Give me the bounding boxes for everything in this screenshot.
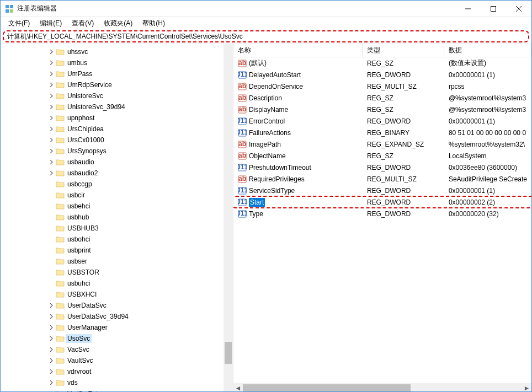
expand-icon[interactable]	[48, 214, 55, 221]
list-row[interactable]: 011ServiceSidTypeREG_DWORD0x00000001 (1)	[233, 185, 531, 196]
tree-item[interactable]: VaultSvc	[1, 355, 233, 366]
list-row[interactable]: abDisplayNameREG_SZ@%systemroot%\system3	[233, 104, 531, 115]
tree-item[interactable]: usbaudio	[1, 157, 233, 168]
tree-item[interactable]: UrsChipidea	[1, 123, 233, 135]
menu-view[interactable]: 查看(V)	[67, 18, 98, 29]
tree-item[interactable]: umbus	[1, 57, 233, 68]
tree-item[interactable]: USBSTOR	[1, 267, 233, 278]
expand-icon[interactable]	[48, 335, 55, 342]
list-row[interactable]: 011ErrorControlREG_DWORD0x00000001 (1)	[233, 115, 531, 127]
list-row[interactable]: 011FailureActionsREG_BINARY80 51 01 00 0…	[233, 127, 531, 138]
expand-icon[interactable]	[48, 280, 55, 287]
expand-icon[interactable]	[48, 159, 55, 165]
expand-icon[interactable]	[48, 137, 55, 143]
column-type[interactable]: 类型	[363, 44, 444, 57]
tree-item[interactable]: vds	[1, 377, 233, 388]
tree-item[interactable]: usbaudio2	[1, 168, 233, 179]
tree-item[interactable]: usbccgp	[1, 179, 233, 190]
expand-icon[interactable]	[48, 82, 55, 88]
tree-item[interactable]: usbehci	[1, 201, 233, 212]
expand-icon[interactable]	[48, 258, 55, 265]
scroll-right-icon[interactable]: ►	[522, 383, 531, 392]
tree-item[interactable]: VerifierExt	[1, 388, 233, 392]
value-type: REG_DWORD	[363, 164, 444, 171]
expand-icon[interactable]	[48, 379, 55, 386]
expand-icon[interactable]	[48, 203, 55, 210]
maximize-button[interactable]	[481, 1, 506, 17]
close-button[interactable]	[506, 1, 531, 17]
expand-icon[interactable]	[48, 170, 55, 176]
list-row[interactable]: 011StartREG_DWORD0x00000002 (2)	[233, 196, 531, 208]
expand-icon[interactable]	[48, 324, 55, 331]
expand-icon[interactable]	[48, 148, 55, 154]
expand-icon[interactable]	[48, 247, 55, 254]
tree-item[interactable]: UnistoreSvc_39d94	[1, 101, 233, 112]
expand-icon[interactable]	[48, 236, 55, 243]
tree-item[interactable]: UsoSvc	[1, 333, 233, 344]
tree-item[interactable]: UrsSynopsys	[1, 146, 233, 157]
folder-icon	[56, 291, 65, 298]
minimize-button[interactable]	[455, 1, 481, 17]
expand-icon[interactable]	[48, 368, 55, 375]
list-row[interactable]: abObjectNameREG_SZLocalSystem	[233, 150, 531, 162]
tree-item[interactable]: UmPass	[1, 68, 233, 79]
list-row[interactable]: 011DelayedAutoStartREG_DWORD0x00000001 (…	[233, 69, 531, 80]
menu-file[interactable]: 文件(F)	[4, 18, 34, 29]
tree-item[interactable]: uhssvc	[1, 46, 233, 57]
scroll-left-icon[interactable]: ◄	[233, 383, 243, 392]
list-row[interactable]: abDependOnServiceREG_MULTI_SZrpcss	[233, 80, 531, 92]
list-scrollbar-horizontal[interactable]: ◄ ►	[233, 383, 531, 392]
tree-item[interactable]: UrsCx01000	[1, 135, 233, 146]
menu-favorites[interactable]: 收藏夹(A)	[99, 18, 137, 29]
expand-icon[interactable]	[48, 192, 55, 198]
expand-icon[interactable]	[48, 181, 55, 187]
expand-icon[interactable]	[48, 60, 55, 66]
tree-item[interactable]: UserManager	[1, 322, 233, 333]
tree-item[interactable]: usbser	[1, 256, 233, 267]
value-data: rpcss	[444, 83, 531, 90]
tree-item[interactable]: USBXHCI	[1, 289, 233, 300]
value-type: REG_BINARY	[363, 129, 444, 137]
tree-item[interactable]: UserDataSvc_39d94	[1, 311, 233, 322]
tree-item[interactable]: usbprint	[1, 245, 233, 256]
tree-item[interactable]: upnphost	[1, 112, 233, 123]
menu-help[interactable]: 帮助(H)	[138, 18, 169, 29]
expand-icon[interactable]	[48, 93, 55, 99]
list-row[interactable]: abRequiredPrivilegesREG_MULTI_SZSeAuditP…	[233, 173, 531, 185]
list-row[interactable]: 011TypeREG_DWORD0x00000020 (32)	[233, 208, 531, 219]
tree-item[interactable]: usbcir	[1, 190, 233, 201]
tree-item[interactable]: VacSvc	[1, 344, 233, 355]
expand-icon[interactable]	[48, 269, 55, 276]
tree-item[interactable]: USBHUB3	[1, 223, 233, 234]
tree-item[interactable]: UnistoreSvc	[1, 90, 233, 101]
tree-item[interactable]: usbohci	[1, 234, 233, 245]
tree-item[interactable]: UmRdpService	[1, 79, 233, 90]
app-icon	[5, 4, 14, 13]
expand-icon[interactable]	[48, 104, 55, 110]
list-row[interactable]: ab(默认)REG_SZ(数值未设置)	[233, 57, 531, 69]
column-data[interactable]: 数据	[444, 44, 531, 57]
list-row[interactable]: abDescriptionREG_SZ@%systemroot%\system3	[233, 92, 531, 104]
column-name[interactable]: 名称	[233, 44, 363, 57]
tree-item[interactable]: usbhub	[1, 212, 233, 223]
address-input[interactable]	[7, 33, 525, 40]
menu-edit[interactable]: 编辑(E)	[35, 18, 66, 29]
tree-scrollbar[interactable]	[224, 44, 233, 392]
tree-item[interactable]: usbuhci	[1, 278, 233, 289]
list-scroll-thumb[interactable]	[243, 384, 411, 391]
tree-item[interactable]: UserDataSvc	[1, 300, 233, 311]
expand-icon[interactable]	[48, 49, 55, 55]
expand-icon[interactable]	[48, 291, 55, 298]
expand-icon[interactable]	[48, 357, 55, 364]
expand-icon[interactable]	[48, 71, 55, 77]
expand-icon[interactable]	[48, 302, 55, 309]
expand-icon[interactable]	[48, 115, 55, 121]
tree-item[interactable]: vdrvroot	[1, 366, 233, 377]
list-row[interactable]: 011PreshutdownTimeoutREG_DWORD0x0036ee80…	[233, 162, 531, 173]
expand-icon[interactable]	[48, 126, 55, 132]
tree-scroll-thumb[interactable]	[225, 342, 232, 364]
list-row[interactable]: abImagePathREG_EXPAND_SZ%systemroot%\sys…	[233, 138, 531, 150]
expand-icon[interactable]	[48, 225, 55, 232]
expand-icon[interactable]	[48, 313, 55, 320]
expand-icon[interactable]	[48, 346, 55, 353]
